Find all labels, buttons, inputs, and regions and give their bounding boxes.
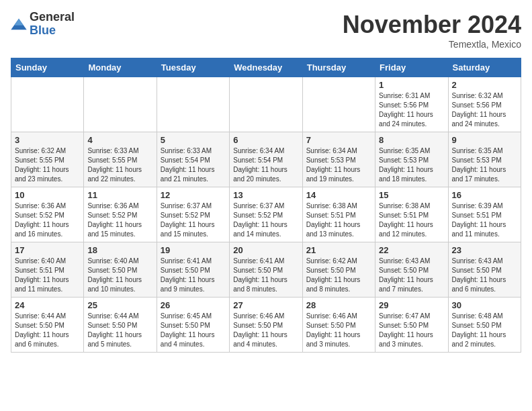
day-info: Sunrise: 6:41 AM Sunset: 5:50 PM Dayligh… xyxy=(233,257,298,294)
calendar-cell: 4Sunrise: 6:33 AM Sunset: 5:55 PM Daylig… xyxy=(84,132,157,187)
day-number: 3 xyxy=(15,135,80,145)
day-info: Sunrise: 6:37 AM Sunset: 5:52 PM Dayligh… xyxy=(233,201,298,239)
weekday-header-monday: Monday xyxy=(84,58,157,77)
day-number: 28 xyxy=(306,300,371,310)
month-title: November 2024 xyxy=(343,11,521,39)
day-info: Sunrise: 6:40 AM Sunset: 5:50 PM Dayligh… xyxy=(87,257,152,294)
calendar-header: SundayMondayTuesdayWednesdayThursdayFrid… xyxy=(11,58,521,77)
day-info: Sunrise: 6:45 AM Sunset: 5:50 PM Dayligh… xyxy=(161,312,226,349)
day-info: Sunrise: 6:38 AM Sunset: 5:51 PM Dayligh… xyxy=(306,201,371,239)
day-number: 25 xyxy=(87,300,152,310)
day-number: 19 xyxy=(161,245,226,255)
logo-icon xyxy=(11,17,27,31)
day-number: 16 xyxy=(452,190,517,200)
calendar-cell: 15Sunrise: 6:38 AM Sunset: 5:51 PM Dayli… xyxy=(375,187,448,242)
day-info: Sunrise: 6:46 AM Sunset: 5:50 PM Dayligh… xyxy=(233,312,298,349)
day-info: Sunrise: 6:31 AM Sunset: 5:56 PM Dayligh… xyxy=(379,91,444,129)
calendar-cell: 1Sunrise: 6:31 AM Sunset: 5:56 PM Daylig… xyxy=(375,77,448,132)
day-number: 11 xyxy=(87,190,152,200)
weekday-header-friday: Friday xyxy=(375,58,448,77)
day-number: 23 xyxy=(452,245,517,255)
day-info: Sunrise: 6:36 AM Sunset: 5:52 PM Dayligh… xyxy=(87,201,152,239)
day-number: 18 xyxy=(87,245,152,255)
calendar-cell: 10Sunrise: 6:36 AM Sunset: 5:52 PM Dayli… xyxy=(11,187,84,242)
week-row-5: 24Sunrise: 6:44 AM Sunset: 5:50 PM Dayli… xyxy=(11,298,521,353)
calendar-cell xyxy=(230,77,302,132)
logo-text: General Blue xyxy=(30,11,75,38)
calendar-cell xyxy=(11,77,84,132)
calendar-cell: 27Sunrise: 6:46 AM Sunset: 5:50 PM Dayli… xyxy=(230,298,302,353)
calendar-cell xyxy=(302,77,375,132)
calendar-table: SundayMondayTuesdayWednesdayThursdayFrid… xyxy=(11,58,521,353)
calendar-cell: 23Sunrise: 6:43 AM Sunset: 5:50 PM Dayli… xyxy=(448,242,521,298)
week-row-4: 17Sunrise: 6:40 AM Sunset: 5:51 PM Dayli… xyxy=(11,242,521,298)
calendar-cell: 3Sunrise: 6:32 AM Sunset: 5:55 PM Daylig… xyxy=(11,132,84,187)
day-number: 9 xyxy=(452,135,517,145)
day-info: Sunrise: 6:32 AM Sunset: 5:55 PM Dayligh… xyxy=(15,146,80,184)
day-info: Sunrise: 6:36 AM Sunset: 5:52 PM Dayligh… xyxy=(15,201,80,239)
calendar-cell: 13Sunrise: 6:37 AM Sunset: 5:52 PM Dayli… xyxy=(230,187,302,242)
day-info: Sunrise: 6:37 AM Sunset: 5:52 PM Dayligh… xyxy=(161,201,226,239)
day-info: Sunrise: 6:44 AM Sunset: 5:50 PM Dayligh… xyxy=(15,312,80,349)
weekday-header-wednesday: Wednesday xyxy=(230,58,302,77)
calendar-cell: 25Sunrise: 6:44 AM Sunset: 5:50 PM Dayli… xyxy=(84,298,157,353)
day-number: 5 xyxy=(161,135,226,145)
day-info: Sunrise: 6:48 AM Sunset: 5:50 PM Dayligh… xyxy=(452,312,517,349)
day-info: Sunrise: 6:32 AM Sunset: 5:56 PM Dayligh… xyxy=(452,91,517,129)
calendar-cell xyxy=(84,77,157,132)
day-number: 17 xyxy=(15,245,80,255)
title-area: November 2024 Temextla, Mexico xyxy=(343,11,521,50)
day-number: 27 xyxy=(233,300,298,310)
calendar-cell: 11Sunrise: 6:36 AM Sunset: 5:52 PM Dayli… xyxy=(84,187,157,242)
day-number: 1 xyxy=(379,80,444,90)
calendar-cell: 12Sunrise: 6:37 AM Sunset: 5:52 PM Dayli… xyxy=(157,187,229,242)
day-number: 29 xyxy=(379,300,444,310)
day-info: Sunrise: 6:42 AM Sunset: 5:50 PM Dayligh… xyxy=(306,257,371,294)
calendar-cell: 30Sunrise: 6:48 AM Sunset: 5:50 PM Dayli… xyxy=(448,298,521,353)
day-number: 24 xyxy=(15,300,80,310)
day-number: 22 xyxy=(379,245,444,255)
day-info: Sunrise: 6:44 AM Sunset: 5:50 PM Dayligh… xyxy=(87,312,152,349)
day-number: 13 xyxy=(233,190,298,200)
day-info: Sunrise: 6:47 AM Sunset: 5:50 PM Dayligh… xyxy=(379,312,444,349)
calendar-cell: 29Sunrise: 6:47 AM Sunset: 5:50 PM Dayli… xyxy=(375,298,448,353)
calendar-cell: 19Sunrise: 6:41 AM Sunset: 5:50 PM Dayli… xyxy=(157,242,229,298)
calendar-cell: 8Sunrise: 6:35 AM Sunset: 5:53 PM Daylig… xyxy=(375,132,448,187)
calendar-cell: 2Sunrise: 6:32 AM Sunset: 5:56 PM Daylig… xyxy=(448,77,521,132)
day-info: Sunrise: 6:43 AM Sunset: 5:50 PM Dayligh… xyxy=(452,257,517,294)
day-number: 6 xyxy=(233,135,298,145)
day-info: Sunrise: 6:39 AM Sunset: 5:51 PM Dayligh… xyxy=(452,201,517,239)
day-number: 4 xyxy=(87,135,152,145)
calendar-cell: 9Sunrise: 6:35 AM Sunset: 5:53 PM Daylig… xyxy=(448,132,521,187)
weekday-header-tuesday: Tuesday xyxy=(157,58,229,77)
day-info: Sunrise: 6:40 AM Sunset: 5:51 PM Dayligh… xyxy=(15,257,80,294)
day-number: 14 xyxy=(306,190,371,200)
day-info: Sunrise: 6:41 AM Sunset: 5:50 PM Dayligh… xyxy=(161,257,226,294)
calendar-cell: 16Sunrise: 6:39 AM Sunset: 5:51 PM Dayli… xyxy=(448,187,521,242)
weekday-header-sunday: Sunday xyxy=(11,58,84,77)
day-info: Sunrise: 6:43 AM Sunset: 5:50 PM Dayligh… xyxy=(379,257,444,294)
week-row-3: 10Sunrise: 6:36 AM Sunset: 5:52 PM Dayli… xyxy=(11,187,521,242)
calendar-cell: 6Sunrise: 6:34 AM Sunset: 5:54 PM Daylig… xyxy=(230,132,302,187)
calendar-cell: 7Sunrise: 6:34 AM Sunset: 5:53 PM Daylig… xyxy=(302,132,375,187)
calendar-cell: 20Sunrise: 6:41 AM Sunset: 5:50 PM Dayli… xyxy=(230,242,302,298)
weekday-header-row: SundayMondayTuesdayWednesdayThursdayFrid… xyxy=(11,58,521,77)
calendar-cell: 28Sunrise: 6:46 AM Sunset: 5:50 PM Dayli… xyxy=(302,298,375,353)
calendar-cell: 17Sunrise: 6:40 AM Sunset: 5:51 PM Dayli… xyxy=(11,242,84,298)
day-number: 10 xyxy=(15,190,80,200)
day-number: 21 xyxy=(306,245,371,255)
day-info: Sunrise: 6:33 AM Sunset: 5:55 PM Dayligh… xyxy=(87,146,152,184)
calendar-cell: 26Sunrise: 6:45 AM Sunset: 5:50 PM Dayli… xyxy=(157,298,229,353)
week-row-2: 3Sunrise: 6:32 AM Sunset: 5:55 PM Daylig… xyxy=(11,132,521,187)
calendar-body: 1Sunrise: 6:31 AM Sunset: 5:56 PM Daylig… xyxy=(11,77,521,353)
day-info: Sunrise: 6:34 AM Sunset: 5:53 PM Dayligh… xyxy=(306,146,371,184)
day-number: 26 xyxy=(161,300,226,310)
day-info: Sunrise: 6:35 AM Sunset: 5:53 PM Dayligh… xyxy=(452,146,517,184)
calendar-cell: 18Sunrise: 6:40 AM Sunset: 5:50 PM Dayli… xyxy=(84,242,157,298)
week-row-1: 1Sunrise: 6:31 AM Sunset: 5:56 PM Daylig… xyxy=(11,77,521,132)
svg-marker-1 xyxy=(14,18,23,25)
calendar-cell: 24Sunrise: 6:44 AM Sunset: 5:50 PM Dayli… xyxy=(11,298,84,353)
day-number: 20 xyxy=(233,245,298,255)
day-info: Sunrise: 6:35 AM Sunset: 5:53 PM Dayligh… xyxy=(379,146,444,184)
weekday-header-thursday: Thursday xyxy=(302,58,375,77)
